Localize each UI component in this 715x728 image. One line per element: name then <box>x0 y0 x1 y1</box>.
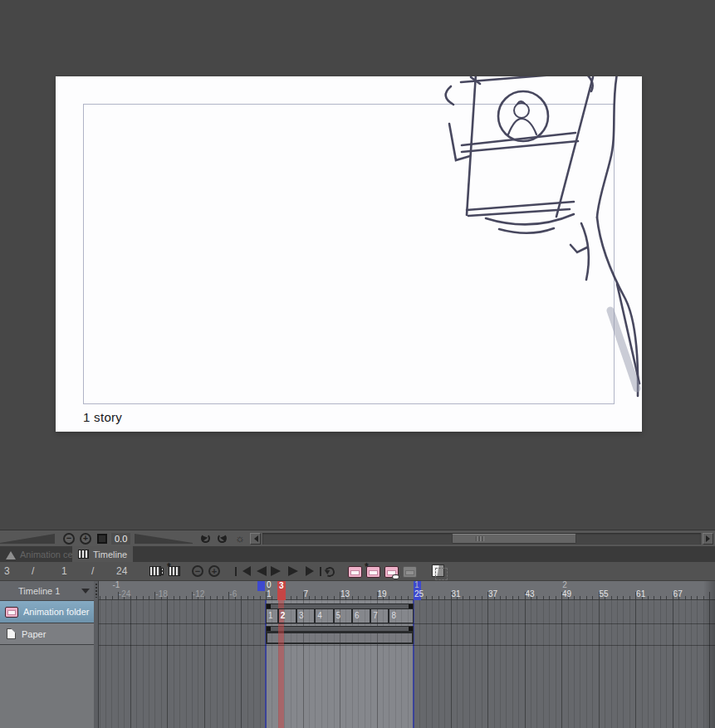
onion-skin-button[interactable] <box>432 564 444 577</box>
specify-cel-icon <box>384 566 399 578</box>
scroll-right-button[interactable] <box>703 533 713 545</box>
animation-cels-icon <box>6 546 16 559</box>
ruler-tick <box>685 596 686 599</box>
tab-label: Timeline <box>93 550 127 559</box>
tab-label: Animation cels <box>20 550 80 559</box>
scrollbar-thumb[interactable] <box>452 534 576 544</box>
track-animation-folder[interactable]: Animation folder <box>0 601 94 623</box>
loop-icon <box>324 566 336 579</box>
animation-cel[interactable]: 8 <box>389 608 414 623</box>
ruler-tick <box>518 596 519 599</box>
rotate-left-icon[interactable] <box>201 534 210 543</box>
zoom-in-icon[interactable]: + <box>80 533 91 545</box>
timeline-zoom-out-button[interactable]: − <box>192 565 203 577</box>
ruler-tick <box>389 596 389 599</box>
ruler-frame-label: 25 <box>414 589 424 599</box>
drag-dots-icon <box>95 584 97 598</box>
animation-cel[interactable]: 3 <box>296 608 315 623</box>
timeline-selector-dropdown[interactable] <box>78 584 92 598</box>
ruler-tick <box>401 596 402 599</box>
ruler-tick <box>574 596 575 599</box>
next-frame-button[interactable] <box>288 566 303 576</box>
timeline-selector[interactable]: Timeline 1 <box>0 581 94 601</box>
ruler-tick <box>143 596 144 599</box>
onion-skin-icon <box>432 564 444 577</box>
ruler-tick <box>309 596 310 599</box>
ruler-frame-label: 13 <box>340 589 350 599</box>
new-cel-icon <box>348 566 362 578</box>
ruler-tick <box>315 596 316 599</box>
ruler-second-label: 1 <box>414 581 419 589</box>
timeline-zoom-in-button[interactable]: + <box>208 565 220 577</box>
zoom-slider[interactable] <box>0 534 55 544</box>
range-start-marker[interactable] <box>257 581 265 591</box>
animation-cel[interactable]: 2 <box>278 608 296 623</box>
fit-view-icon[interactable] <box>97 534 107 544</box>
ruler-tick <box>272 596 272 599</box>
loop-play-button[interactable] <box>325 567 335 577</box>
ruler-tick <box>217 596 218 599</box>
ruler-tick <box>697 596 698 599</box>
current-frame-value[interactable]: 3 <box>4 562 10 581</box>
first-frame-button[interactable] <box>235 566 251 576</box>
track-paper[interactable]: Paper <box>0 623 94 645</box>
play-button[interactable] <box>271 566 286 576</box>
animation-folder-icon <box>5 607 18 618</box>
cel-disabled-button[interactable] <box>403 566 417 578</box>
slash: / <box>91 562 94 581</box>
star-icon: * <box>167 561 171 573</box>
track-label: Animation folder <box>23 607 90 617</box>
specify-cel-button[interactable] <box>384 566 399 578</box>
animation-cel[interactable]: 4 <box>315 608 333 623</box>
reset-view-icon[interactable]: ☼ <box>235 532 245 545</box>
new-cel-auto-button[interactable]: * <box>366 566 380 578</box>
ruler-tick <box>327 596 328 599</box>
bar-icon <box>235 567 237 576</box>
new-timeline-icon: * <box>169 566 180 576</box>
canvas[interactable]: 1 story <box>56 76 642 432</box>
playhead-marker[interactable]: 3 <box>277 581 286 600</box>
ruler-frame-label: -24 <box>119 589 130 599</box>
ruler-frame-label: 19 <box>377 589 386 599</box>
start-frame-value[interactable]: 1 <box>61 562 67 581</box>
scroll-left-button[interactable] <box>250 533 261 545</box>
timeline-settings-button[interactable] <box>149 566 161 576</box>
animation-cel[interactable]: 1 <box>266 608 278 623</box>
timeline-grid[interactable]: -24-18-12-61713192531374349556167-10123 … <box>99 581 715 728</box>
film-edge-icon <box>161 568 164 575</box>
ruler-tick <box>112 596 113 599</box>
last-frame-button[interactable] <box>306 566 321 576</box>
zoom-out-icon[interactable]: − <box>63 533 75 545</box>
paper-icon <box>7 628 16 639</box>
animation-cel[interactable]: 7 <box>370 608 389 623</box>
animation-cel[interactable]: 6 <box>352 608 370 623</box>
ruler-tick <box>463 596 463 599</box>
app-window: 1 story − + 0.0 ☼ Animation cels Timelin… <box>0 0 715 728</box>
zoom-in-icon: + <box>208 565 220 577</box>
frame-rate-value[interactable]: 24 <box>116 562 127 581</box>
new-timeline-button[interactable]: * <box>169 566 180 576</box>
prev-frame-button[interactable] <box>252 566 267 576</box>
ruler-tick <box>174 596 174 599</box>
ruler-frame-label: 37 <box>488 589 497 599</box>
ruler-frame-label: -12 <box>193 589 204 599</box>
horizontal-scrollbar[interactable] <box>262 533 701 545</box>
ruler-tick <box>253 596 254 599</box>
ruler-tick <box>580 596 580 599</box>
last-frame-icon <box>306 566 319 576</box>
ruler-tick <box>296 596 297 599</box>
play-icon <box>271 566 286 576</box>
ruler-second-label: 0 <box>267 581 272 589</box>
timeline-ruler[interactable]: -24-18-12-61713192531374349556167-10123 <box>99 581 715 600</box>
first-frame-icon <box>238 566 251 576</box>
timeline-icon <box>78 550 89 559</box>
ruler-tick <box>291 596 291 599</box>
rotate-right-icon[interactable] <box>218 534 227 543</box>
tab-timeline[interactable]: Timeline <box>72 546 133 562</box>
animation-cel[interactable]: 5 <box>334 608 352 623</box>
rotation-slider[interactable] <box>135 534 193 544</box>
ruler-tick <box>100 596 100 599</box>
panel-tab-bar: Animation cels Timeline <box>0 546 715 562</box>
left-arrow-icon <box>251 535 258 542</box>
new-cel-button[interactable] <box>348 566 362 578</box>
